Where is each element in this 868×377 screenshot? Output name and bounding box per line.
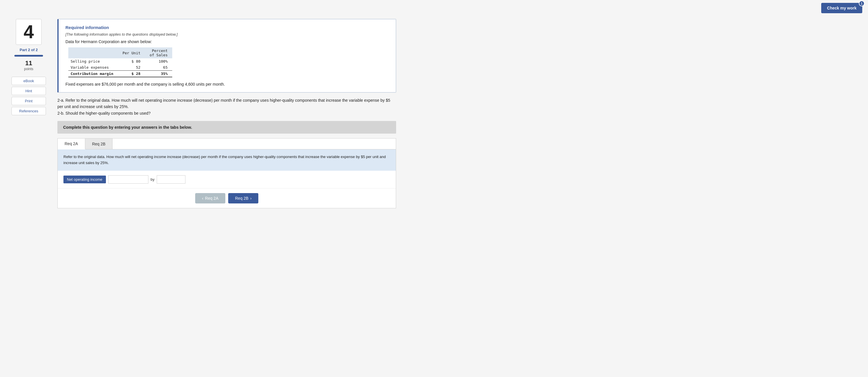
tabs-section: Req 2A Req 2B Refer to the original data… xyxy=(57,138,396,208)
progress-bar-fill xyxy=(14,55,43,57)
answer-row: Net operating income by xyxy=(58,171,396,188)
data-intro: Data for Hermann Corporation are shown b… xyxy=(65,39,389,44)
progress-bar-container xyxy=(14,55,43,57)
row-percent: 100% xyxy=(145,58,172,64)
answer-input-1[interactable] xyxy=(108,175,148,184)
points-number: 11 xyxy=(24,59,33,67)
question-number-box: 4 xyxy=(16,19,42,45)
next-button[interactable]: Req 2B › xyxy=(228,193,258,203)
references-button[interactable]: References xyxy=(11,107,46,115)
col-header-percent: Percentof Sales xyxy=(145,48,172,58)
row-percent: 35% xyxy=(145,71,172,77)
part-label: Part 2 of 2 xyxy=(20,48,38,52)
hint-button[interactable]: Hint xyxy=(11,87,46,95)
by-text: by xyxy=(151,177,155,182)
next-chevron-icon: › xyxy=(250,196,252,201)
question-line2: 2-b. Should the higher-quality component… xyxy=(57,110,396,116)
prev-label: Req 2A xyxy=(205,196,218,201)
row-per-unit: 52 xyxy=(118,64,145,71)
col-header-per-unit: Per Unit xyxy=(118,48,145,58)
required-info-title: Required information xyxy=(65,25,389,30)
part-number: 2 xyxy=(28,48,30,52)
check-my-work-button[interactable]: Check my work 1 xyxy=(821,3,862,13)
required-info-box: Required information [The following info… xyxy=(57,19,396,92)
table-row: Selling price $ 80 100% xyxy=(68,58,172,64)
row-per-unit: $ 80 xyxy=(118,58,145,64)
prev-button[interactable]: ‹ Req 2A xyxy=(195,193,225,203)
points-label: points xyxy=(24,67,33,71)
tabs-header: Req 2A Req 2B xyxy=(58,139,396,149)
part-suffix: of 2 xyxy=(30,48,38,52)
complete-box: Complete this question by entering your … xyxy=(57,121,396,134)
tab-req2a[interactable]: Req 2A xyxy=(58,139,85,149)
row-label: Contribution margin xyxy=(68,71,118,77)
fixed-expenses-text: Fixed expenses are $76,000 per month and… xyxy=(65,82,389,86)
tab-content-req2a: Refer to the original data. How much wil… xyxy=(58,149,396,171)
sidebar-buttons: eBook Hint Print References xyxy=(6,77,52,115)
answer-input-2[interactable] xyxy=(157,175,185,184)
complete-text: Complete this question by entering your … xyxy=(63,125,192,129)
table-row: Variable expenses 52 65 xyxy=(68,64,172,71)
row-label: Variable expenses xyxy=(68,64,118,71)
row-label: Selling price xyxy=(68,58,118,64)
ebook-button[interactable]: eBook xyxy=(11,77,46,85)
data-table: Per Unit Percentof Sales Selling price $… xyxy=(68,48,172,77)
question-text: 2-a. Refer to the original data. How muc… xyxy=(57,97,396,116)
row-percent: 65 xyxy=(145,64,172,71)
print-button[interactable]: Print xyxy=(11,97,46,105)
tab-content-text: Refer to the original data. How much wil… xyxy=(63,154,386,165)
notification-badge: 1 xyxy=(859,1,865,6)
prev-chevron-icon: ‹ xyxy=(202,196,204,201)
content-area: Required information [The following info… xyxy=(57,19,396,208)
next-label: Req 2B xyxy=(235,196,249,201)
question-line1: 2-a. Refer to the original data. How muc… xyxy=(57,97,396,110)
col-header-item xyxy=(68,48,118,58)
part-prefix: Part xyxy=(20,48,28,52)
check-my-work-label: Check my work xyxy=(827,6,857,10)
question-number: 4 xyxy=(24,21,34,42)
tab-req2b[interactable]: Req 2B xyxy=(85,139,113,149)
nav-buttons: ‹ Req 2A Req 2B › xyxy=(58,188,396,208)
table-row-total: Contribution margin $ 28 35% xyxy=(68,71,172,77)
left-panel: 4 Part 2 of 2 11 points eBook Hint Print… xyxy=(6,19,52,208)
applies-text: [The following information applies to th… xyxy=(65,32,389,36)
points-section: 11 points xyxy=(24,59,33,71)
answer-label: Net operating income xyxy=(63,176,106,183)
row-per-unit: $ 28 xyxy=(118,71,145,77)
